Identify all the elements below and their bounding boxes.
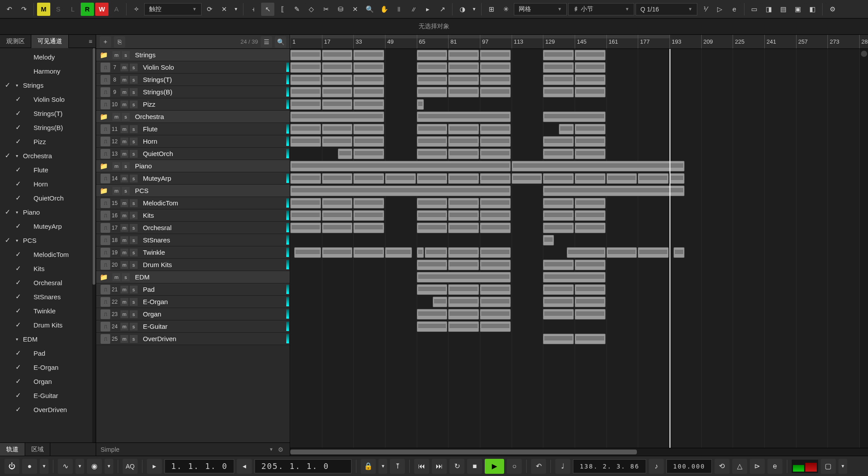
clip[interactable] [290, 161, 511, 171]
clip[interactable] [448, 124, 479, 134]
track-name[interactable]: Horn [143, 138, 290, 145]
track-row[interactable]: ⎍20msDrum Kits [96, 259, 290, 271]
folder-icon[interactable]: 📁 [96, 273, 111, 281]
color-tool[interactable]: ◑ [456, 3, 469, 16]
track-row[interactable]: ⎍15msMelodicTom [96, 197, 290, 209]
clip[interactable] [480, 321, 511, 332]
visibility-item[interactable]: ✓StSnares [0, 290, 96, 304]
arrange-scrollbar-horizontal[interactable] [290, 448, 868, 456]
check-icon[interactable]: ✓ [15, 405, 21, 413]
ruler-mark[interactable]: 225 [733, 35, 745, 48]
clip[interactable] [448, 62, 479, 73]
settings-button[interactable]: ⚙ [826, 3, 839, 16]
visibility-item[interactable]: ✓MuteyArp [0, 219, 96, 233]
visibility-item[interactable]: ✓Flute [0, 163, 96, 177]
clip[interactable] [448, 149, 479, 159]
solo-button[interactable]: s [122, 187, 130, 195]
undo-button[interactable]: ↶ [3, 3, 16, 16]
clip[interactable] [575, 74, 606, 85]
clip[interactable] [417, 284, 448, 295]
clip[interactable] [575, 62, 606, 73]
write-automation-button[interactable]: W [95, 3, 108, 16]
snap-type-button[interactable]: ✳ [499, 3, 513, 16]
instrument-icon[interactable]: ⎍ [101, 260, 110, 270]
clip[interactable] [575, 297, 606, 307]
stop-button[interactable]: ■ [467, 459, 482, 474]
grid-type-select[interactable]: 网格▼ [514, 3, 567, 15]
track-name[interactable]: Twinkle [143, 249, 290, 256]
clip[interactable] [543, 260, 574, 270]
clip[interactable] [448, 284, 479, 295]
visibility-item[interactable]: ✓MelodicTom [0, 247, 96, 261]
track-row[interactable]: ⎍14msMuteyArp [96, 172, 290, 185]
clip[interactable] [480, 210, 511, 221]
primary-position-display[interactable]: 205. 1. 1. 0 [254, 459, 352, 473]
clip[interactable] [353, 223, 384, 233]
solo-button[interactable]: s [130, 138, 138, 145]
tab-regions[interactable]: 区域 [25, 443, 50, 456]
ruler-mark[interactable]: 28 [859, 35, 868, 48]
check-icon[interactable]: ✓ [15, 377, 21, 385]
tempo-track-button[interactable]: ♩ [555, 459, 570, 474]
track-row[interactable]: ⎍7msViolin Solo [96, 61, 290, 74]
solo-button[interactable]: s [130, 212, 138, 219]
tempo-display[interactable]: 100.000 [666, 459, 712, 473]
solo-button[interactable]: s [122, 113, 130, 121]
track-name[interactable]: QuietOrch [143, 150, 290, 157]
folder-icon[interactable]: 📁 [96, 162, 111, 170]
chevron-down-icon[interactable]: ▼ [75, 459, 84, 474]
ruler-mark[interactable]: 273 [827, 35, 839, 48]
track-row[interactable]: ⎍18msStSnares [96, 234, 290, 246]
clip[interactable] [290, 198, 321, 208]
clip[interactable] [543, 223, 574, 233]
punch-in-button[interactable]: ▸ [147, 459, 162, 474]
clip[interactable] [543, 62, 574, 73]
clip[interactable] [575, 87, 606, 97]
track-folder-row[interactable]: 📁msOrchestra [96, 111, 290, 123]
record-button[interactable]: ○ [507, 459, 522, 474]
mute-button[interactable]: m [120, 310, 128, 318]
solo-button[interactable]: s [130, 63, 138, 71]
visibility-item[interactable]: ▾EDM [0, 332, 96, 346]
check-icon[interactable]: ✓ [15, 264, 21, 272]
instrument-icon[interactable]: ⎍ [101, 211, 110, 220]
track-name[interactable]: E-Organ [143, 298, 290, 305]
left-locator-display[interactable]: 1. 1. 1. 0 [165, 459, 234, 473]
mute-button[interactable]: m [120, 100, 128, 108]
visibility-list[interactable]: MelodyHarmony✓▾Strings✓Violin Solo✓Strin… [0, 48, 96, 443]
mute-button[interactable]: m [120, 298, 128, 306]
track-rows[interactable]: 📁msStrings⎍7msViolin Solo⎍8msStrings(T)⎍… [96, 49, 290, 443]
mute-button[interactable]: m [120, 199, 128, 207]
solo-button[interactable]: s [130, 150, 138, 158]
count-in-button[interactable]: ⊳ [750, 459, 765, 474]
track-row[interactable]: ⎍8msStrings(T) [96, 74, 290, 86]
solo-button[interactable]: s [130, 298, 138, 306]
clip[interactable] [322, 223, 353, 233]
solo-button[interactable]: s [130, 125, 138, 133]
clip[interactable] [290, 62, 321, 73]
quantize-select[interactable]: ♯ 小节▼ [568, 3, 634, 15]
clip[interactable] [322, 87, 353, 97]
solo-global-button[interactable]: S [52, 3, 65, 16]
visibility-item[interactable]: Melody [0, 50, 96, 64]
folder-icon[interactable]: 📁 [96, 51, 111, 59]
click-button[interactable]: △ [732, 459, 747, 474]
clip[interactable] [290, 223, 321, 233]
clip[interactable] [448, 297, 479, 307]
read-automation-button[interactable]: R [81, 3, 94, 16]
clip[interactable] [385, 173, 416, 184]
clip[interactable] [433, 297, 448, 307]
instrument-icon[interactable]: ⎍ [101, 334, 110, 344]
clip[interactable] [294, 247, 321, 258]
erase-tool[interactable]: ◇ [305, 3, 318, 16]
clip[interactable] [480, 87, 511, 97]
clip[interactable] [353, 136, 384, 147]
check-icon[interactable]: ✓ [15, 95, 21, 103]
range-tool[interactable]: ⟦ [276, 3, 289, 16]
disclosure-triangle-icon[interactable]: ▾ [14, 210, 19, 215]
clip[interactable] [353, 210, 384, 221]
clip[interactable] [480, 260, 511, 270]
track-name[interactable]: MelodicTom [143, 199, 290, 207]
check-icon[interactable]: ✓ [15, 321, 21, 329]
clip[interactable] [322, 198, 353, 208]
